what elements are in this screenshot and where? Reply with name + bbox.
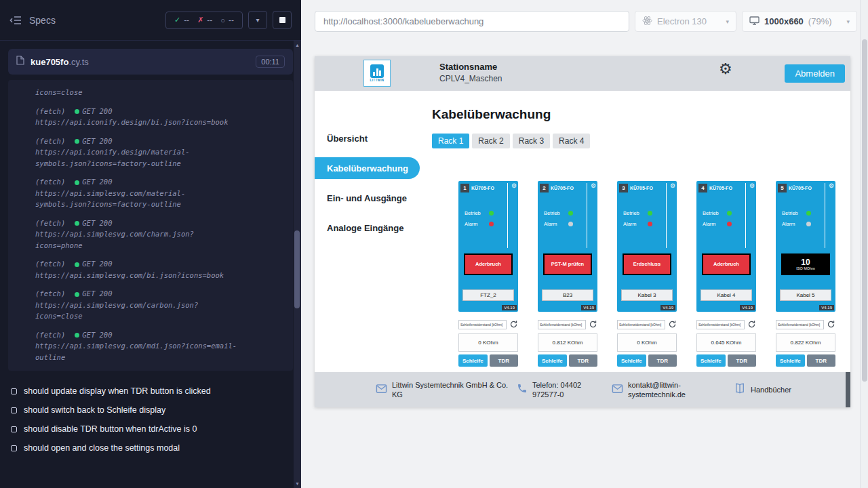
runner-scrollbar[interactable]: ▲ ▼	[294, 41, 301, 488]
card-settings-icon[interactable]: ⚙	[591, 183, 596, 189]
schleife-button[interactable]: Schleife	[617, 354, 646, 367]
log-entry[interactable]: (fetch)GET 200 https://api.simplesvg.com…	[35, 218, 286, 251]
test-item[interactable]: should disable TDR button when tdrActive…	[0, 420, 301, 439]
tab-rack-1[interactable]: Rack 1	[432, 134, 469, 148]
device-model: KÜ705-FO	[789, 186, 833, 190]
device-model: KÜ705-FO	[709, 186, 754, 190]
page-scrollbar-thumb[interactable]	[862, 39, 867, 382]
file-icon	[16, 56, 24, 68]
device-model: KÜ705-FO	[551, 186, 595, 190]
tdr-button[interactable]: TDR	[569, 354, 598, 367]
footer-email[interactable]: kontakt@littwin-systemtechnik.de	[612, 372, 713, 407]
test-state-icon	[11, 388, 17, 394]
tab-rack-3[interactable]: Rack 3	[513, 134, 550, 148]
test-list: should update display when TDR button is…	[0, 382, 301, 458]
schleife-button[interactable]: Schleife	[538, 354, 567, 367]
device-card-1: 1 KÜ705-FO ⚙ Betrieb Alarm Aderbruch FTZ…	[458, 181, 518, 367]
sidebar-item-analoge-eingaenge[interactable]: Analoge Eingänge	[315, 213, 420, 243]
schleife-button[interactable]: Schleife	[776, 354, 805, 367]
footer-manuals[interactable]: Handbücher	[734, 372, 791, 407]
panel-divider	[825, 183, 825, 248]
device-panel: 1 KÜ705-FO ⚙ Betrieb Alarm Aderbruch FTZ…	[458, 181, 518, 312]
failed-count: ✗--	[197, 16, 212, 25]
betrieb-led	[806, 211, 811, 216]
refresh-icon[interactable]	[747, 320, 756, 329]
tdr-button[interactable]: TDR	[648, 354, 677, 367]
card-settings-icon[interactable]: ⚙	[749, 183, 755, 189]
specs-menu-icon[interactable]	[9, 15, 23, 26]
refresh-icon[interactable]	[589, 320, 597, 329]
log-entry[interactable]: (fetch)GET 200 https://api.simplesvg.com…	[35, 288, 286, 322]
cypress-header: Specs ✓-- ✗-- ○-- ▾	[0, 0, 301, 41]
test-state-icon	[11, 426, 17, 432]
runner-scrollbar-thumb[interactable]	[294, 230, 300, 308]
measurement-label: Schleifenwiderstand [kOhm]	[538, 320, 586, 329]
stop-button[interactable]	[273, 11, 292, 29]
device-card-4: 4 KÜ705-FO ⚙ Betrieb Alarm Aderbruch Kab…	[696, 181, 756, 367]
device-card-3: 3 KÜ705-FO ⚙ Betrieb Alarm Erdschluss Ka…	[617, 181, 677, 367]
browser-toolbar: Electron 130 ▾ 1000x660 (79%) ▾	[301, 0, 868, 43]
refresh-icon[interactable]	[509, 320, 518, 329]
logout-button[interactable]: Abmelden	[785, 64, 845, 83]
cable-name: B23	[542, 289, 593, 301]
alarm-led	[568, 222, 573, 226]
test-item[interactable]: should update display when TDR button is…	[0, 382, 301, 401]
scroll-up-icon[interactable]: ▲	[294, 43, 301, 47]
footer-company: Littwin Systemtechnik GmbH & Co. KG	[376, 372, 517, 407]
card-settings-icon[interactable]: ⚙	[829, 183, 834, 189]
status-display: PST-M prüfen	[543, 253, 592, 275]
tab-rack-2[interactable]: Rack 2	[472, 134, 509, 148]
log-entry[interactable]: (fetch)GET 200 https://api.simplesvg.com…	[35, 176, 286, 210]
tdr-button[interactable]: TDR	[807, 354, 836, 367]
status-dot-icon	[75, 221, 79, 226]
tdr-button[interactable]: TDR	[728, 354, 757, 367]
log-entry[interactable]: icons=close	[35, 87, 286, 98]
sidebar-item-uebersicht[interactable]: Übersicht	[315, 123, 420, 153]
measurement-value: 0.812 KOhm	[538, 333, 597, 352]
device-panel: 3 KÜ705-FO ⚙ Betrieb Alarm Erdschluss Ka…	[617, 181, 677, 312]
scroll-down-icon[interactable]: ▼	[294, 481, 301, 486]
log-entry[interactable]: (fetch)GET 200 https://api.iconify.desig…	[35, 106, 286, 128]
spec-name: kue705fo	[31, 57, 68, 67]
page-title: Kabelüberwachung	[432, 107, 850, 122]
test-item[interactable]: should switch back to Schleife display	[0, 401, 301, 420]
status-dot-icon	[75, 180, 79, 185]
device-number: 1	[460, 184, 469, 192]
app-scrollbar-thumb[interactable]	[846, 372, 850, 407]
viewport-selector[interactable]: 1000x660 (79%) ▾	[742, 11, 857, 32]
log-entry[interactable]: (fetch)GET 200 https://api.simplesvg.com…	[35, 329, 286, 363]
footer-phone[interactable]: Telefon: 04402 972577-0	[517, 372, 610, 407]
schleife-button[interactable]: Schleife	[458, 354, 488, 367]
panel-divider	[587, 183, 587, 248]
alarm-led	[727, 222, 732, 226]
log-entry[interactable]: (fetch)GET 200 https://api.simplesvg.com…	[35, 258, 286, 281]
station-name: CPLV4_Maschen	[439, 74, 502, 83]
sidebar-item-kabelueberwachung[interactable]: Kabelüberwachung	[315, 157, 420, 179]
card-settings-icon[interactable]: ⚙	[670, 183, 675, 189]
spec-file-row[interactable]: kue705fo .cy.ts 00:11	[8, 49, 293, 75]
chevron-down-button[interactable]: ▾	[248, 11, 267, 29]
tdr-button[interactable]: TDR	[490, 354, 519, 367]
settings-gear-icon[interactable]: ⚙	[719, 62, 732, 77]
page-scrollbar[interactable]	[860, 0, 868, 488]
url-input[interactable]	[315, 11, 629, 32]
refresh-icon[interactable]	[668, 320, 677, 329]
tab-rack-4[interactable]: Rack 4	[553, 134, 590, 148]
status-display: Aderbruch	[702, 253, 751, 275]
measurement-label: Schleifenwiderstand [kOhm]	[776, 320, 824, 329]
panel-divider	[745, 183, 746, 248]
schleife-button[interactable]: Schleife	[696, 354, 726, 367]
browser-selector[interactable]: Electron 130 ▾	[635, 11, 736, 32]
card-settings-icon[interactable]: ⚙	[511, 183, 517, 189]
sidebar-item-ein-und-ausgaenge[interactable]: Ein- und Ausgänge	[315, 183, 420, 213]
log-entry[interactable]: (fetch)GET 200 https://api.iconify.desig…	[35, 136, 286, 169]
measurement-value: 0 KOhm	[617, 333, 677, 352]
spec-extension: .cy.ts	[68, 57, 88, 67]
test-item[interactable]: should open and close the settings modal	[0, 439, 301, 458]
device-card-5: 5 KÜ705-FO ⚙ Betrieb Alarm 1	[776, 181, 835, 367]
refresh-icon[interactable]	[827, 320, 835, 329]
firmware-version: V4.19	[740, 305, 755, 310]
device-number: 4	[698, 184, 707, 192]
logo-icon	[370, 64, 384, 78]
monitor-icon	[749, 16, 760, 27]
